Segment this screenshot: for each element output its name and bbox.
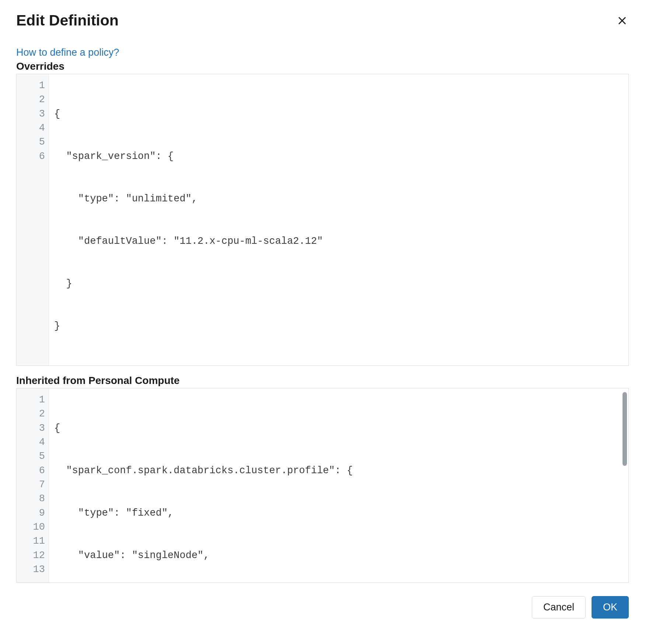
cancel-button[interactable]: Cancel (532, 596, 586, 619)
line-number: 3 (23, 421, 45, 435)
overrides-content[interactable]: { "spark_version": { "type": "unlimited"… (49, 74, 628, 366)
dialog-header: Edit Definition (16, 12, 629, 29)
overrides-editor[interactable]: 1 2 3 4 5 6 { "spark_version": { "type":… (16, 74, 629, 366)
close-button[interactable] (616, 14, 629, 27)
line-number: 6 (23, 464, 45, 478)
code-line: "defaultValue": "11.2.x-cpu-ml-scala2.12… (54, 234, 623, 248)
line-number: 7 (23, 478, 45, 492)
code-line: } (54, 319, 623, 333)
line-number: 10 (23, 520, 45, 534)
line-number: 2 (23, 93, 45, 107)
inherited-editor[interactable]: 1 2 3 4 5 6 7 8 9 10 11 12 13 { "spark_c… (16, 388, 629, 583)
line-number: 1 (23, 393, 45, 407)
line-number: 11 (23, 534, 45, 548)
inherited-content[interactable]: { "spark_conf.spark.databricks.cluster.p… (49, 388, 628, 582)
line-number: 2 (23, 407, 45, 421)
code-line: "value": "singleNode", (54, 548, 623, 562)
line-number: 4 (23, 435, 45, 449)
line-number: 5 (23, 449, 45, 463)
line-number: 4 (23, 121, 45, 135)
overrides-gutter: 1 2 3 4 5 6 (17, 74, 49, 366)
code-line: "spark_version": { (54, 149, 623, 163)
code-line: } (54, 277, 623, 291)
ok-button[interactable]: OK (592, 596, 629, 619)
inherited-label: Inherited from Personal Compute (16, 375, 629, 387)
code-line: "spark_conf.spark.databricks.cluster.pro… (54, 464, 623, 478)
overrides-label: Overrides (16, 60, 629, 72)
code-line: "type": "fixed", (54, 506, 623, 520)
line-number: 12 (23, 548, 45, 562)
code-line: { (54, 421, 623, 435)
close-icon (617, 15, 627, 26)
line-number: 5 (23, 135, 45, 149)
code-line: { (54, 107, 623, 121)
line-number: 13 (23, 562, 45, 577)
line-number: 1 (23, 79, 45, 93)
line-number: 6 (23, 149, 45, 163)
inherited-gutter: 1 2 3 4 5 6 7 8 9 10 11 12 13 (17, 388, 49, 582)
dialog-title: Edit Definition (16, 12, 119, 29)
line-number: 8 (23, 492, 45, 506)
scrollbar-thumb[interactable] (623, 392, 627, 466)
dialog-footer: Cancel OK (16, 596, 629, 619)
line-number: 9 (23, 506, 45, 520)
line-number: 3 (23, 107, 45, 121)
help-link[interactable]: How to define a policy? (16, 47, 119, 58)
code-line: "type": "unlimited", (54, 192, 623, 206)
